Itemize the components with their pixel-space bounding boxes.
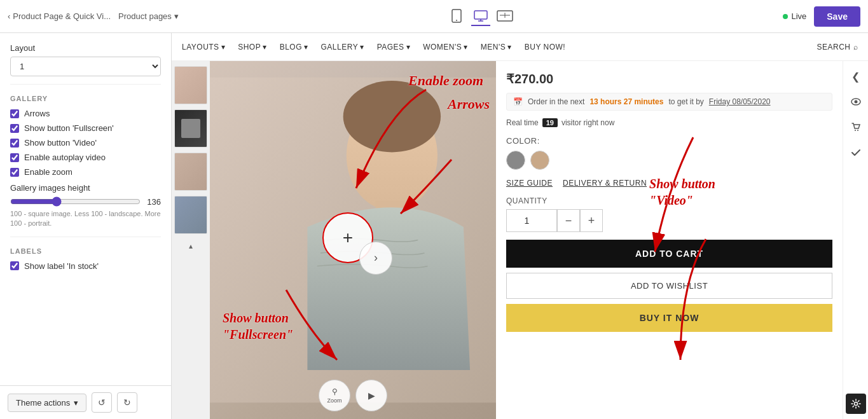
realtime-bar: Real time 19 visitor right now <box>506 118 832 127</box>
nav-pages[interactable]: PAGES ▾ <box>377 43 410 52</box>
zoom-icon: ⚲ <box>332 387 338 396</box>
desktop-device-icon[interactable] <box>471 7 490 26</box>
svg-point-15 <box>854 402 857 406</box>
zoom-checkbox-row: Enable zoom <box>10 167 161 177</box>
svg-rect-2 <box>474 11 487 19</box>
buy-now-button[interactable]: BUY IT NOW <box>506 304 832 332</box>
nav-gallery[interactable]: GALLERY ▾ <box>321 43 364 52</box>
nav-mens-label: MEN'S <box>481 43 506 52</box>
nav-gallery-chevron: ▾ <box>360 43 364 52</box>
top-bar-right: Live Save <box>783 6 860 27</box>
live-dot <box>783 14 788 19</box>
top-bar-title: Product Page & Quick Vi... <box>13 11 111 21</box>
next-image-arrow[interactable]: › <box>359 242 392 275</box>
nav-womens[interactable]: WOMEN'S ▾ <box>423 43 468 52</box>
nav-womens-label: WOMEN'S <box>423 43 462 52</box>
product-area: ▴ <box>172 61 868 419</box>
gallery-section: ▴ <box>172 61 496 419</box>
product-price: ₹270.00 <box>506 71 832 86</box>
gallery-scroll-down-arrow[interactable]: ▴ <box>174 242 207 251</box>
right-panel: ❮ <box>843 61 868 419</box>
nav-shop-chevron: ▾ <box>263 43 267 52</box>
quantity-decrease-button[interactable]: − <box>557 209 580 232</box>
quantity-input[interactable] <box>506 209 557 232</box>
nav-shop[interactable]: SHOP ▾ <box>238 43 267 52</box>
quantity-section: QUANTITY − + <box>506 196 832 232</box>
zoom-checkbox[interactable] <box>10 168 19 177</box>
save-button[interactable]: Save <box>814 6 860 27</box>
nav-blog-label: BLOG <box>280 43 302 52</box>
main-product-image: + › ⚲ Zoom ▶ <box>210 61 496 419</box>
zoom-label[interactable]: Enable zoom <box>24 167 72 177</box>
order-date: Friday 08/05/2020 <box>709 97 771 106</box>
left-sidebar: Layout 1 2 3 GALLERY Arrows Show button … <box>0 33 172 419</box>
instock-checkbox-row: Show label 'In stock' <box>10 261 161 271</box>
realtime-badge: 19 <box>542 118 558 127</box>
layout-label: Layout <box>10 43 161 53</box>
autoplay-label[interactable]: Enable autoplay video <box>24 153 106 162</box>
nav-mens[interactable]: MEN'S ▾ <box>481 43 512 52</box>
gallery-height-slider-row: 136 <box>10 196 161 207</box>
nav-buynow-label: BUY NOW! <box>525 43 565 52</box>
gallery-height-value: 136 <box>147 197 161 207</box>
panel-check-icon[interactable] <box>846 142 866 163</box>
instock-label[interactable]: Show label 'In stock' <box>24 261 99 271</box>
add-to-wishlist-button[interactable]: ADD TO WISHLIST <box>506 273 832 299</box>
layout-select[interactable]: 1 2 3 <box>10 57 161 76</box>
redo-button[interactable]: ↻ <box>117 392 137 413</box>
color-swatch-gray[interactable] <box>506 151 525 170</box>
nav-shop-label: SHOP <box>238 43 261 52</box>
size-guide-link[interactable]: SIZE GUIDE <box>506 179 553 188</box>
thumb-1[interactable] <box>174 66 207 104</box>
mobile-device-icon[interactable] <box>447 7 466 26</box>
video-label[interactable]: Show button 'Video' <box>24 138 97 148</box>
panel-settings-icon[interactable] <box>846 394 866 414</box>
fullscreen-checkbox-row: Show button 'Fullscreen' <box>10 123 161 133</box>
video-button[interactable]: ▶ <box>355 380 387 411</box>
thumb-4[interactable] <box>174 196 207 234</box>
top-bar: ‹ Product Page & Quick Vi... Product pag… <box>0 0 868 33</box>
video-checkbox[interactable] <box>10 139 19 148</box>
fullscreen-checkbox[interactable] <box>10 124 19 133</box>
panel-cart-icon[interactable] <box>846 117 866 137</box>
instock-checkbox[interactable] <box>10 261 19 270</box>
order-time: 13 hours 27 minutes <box>589 97 663 106</box>
panel-eye-icon[interactable] <box>846 92 866 112</box>
product-details: ₹270.00 📅 Order in the next 13 hours 27 … <box>496 61 843 419</box>
arrows-label[interactable]: Arrows <box>24 109 50 118</box>
device-icons <box>447 7 514 26</box>
video-checkbox-row: Show button 'Video' <box>10 138 161 148</box>
nav-buynow[interactable]: BUY NOW! <box>525 43 565 52</box>
fullscreen-label[interactable]: Show button 'Fullscreen' <box>24 123 114 133</box>
arrows-checkbox[interactable] <box>10 109 19 118</box>
undo-icon: ↺ <box>98 397 106 408</box>
sidebar-bottom: Theme actions ▾ ↺ ↻ <box>0 385 171 419</box>
theme-actions-button[interactable]: Theme actions ▾ <box>8 394 86 412</box>
back-button[interactable]: ‹ Product Page & Quick Vi... <box>8 11 111 21</box>
delivery-return-link[interactable]: DELIVERY & RETURN <box>563 179 647 188</box>
add-to-cart-button[interactable]: ADD TO CART <box>506 240 832 268</box>
nav-womens-chevron: ▾ <box>464 43 468 52</box>
gallery-height-slider[interactable] <box>10 196 141 207</box>
gallery-bottom-controls: ⚲ Zoom ▶ <box>319 380 387 411</box>
svg-point-14 <box>857 130 858 131</box>
autoplay-checkbox[interactable] <box>10 153 19 162</box>
color-swatches <box>506 151 832 170</box>
widescreen-device-icon[interactable] <box>495 7 514 26</box>
nav-pages-chevron: ▾ <box>406 43 411 52</box>
svg-point-12 <box>854 100 857 104</box>
gallery-thumbnails: ▴ <box>172 61 210 419</box>
nav-search[interactable]: SEARCH ⌕ <box>816 43 858 52</box>
color-swatch-beige[interactable] <box>530 151 549 170</box>
nav-layouts-label: LAYOUTS <box>182 43 219 52</box>
live-label: Live <box>791 11 806 21</box>
thumb-3[interactable] <box>174 153 207 191</box>
quantity-increase-button[interactable]: + <box>580 209 603 232</box>
panel-chevron-icon[interactable]: ❮ <box>846 66 866 86</box>
product-pages-button[interactable]: Product pages ▾ <box>118 11 179 21</box>
thumb-2[interactable] <box>174 109 207 148</box>
zoom-button[interactable]: ⚲ Zoom <box>319 380 350 411</box>
undo-button[interactable]: ↺ <box>92 392 112 413</box>
nav-blog[interactable]: BLOG ▾ <box>280 43 308 52</box>
nav-layouts[interactable]: LAYOUTS ▾ <box>182 43 225 52</box>
